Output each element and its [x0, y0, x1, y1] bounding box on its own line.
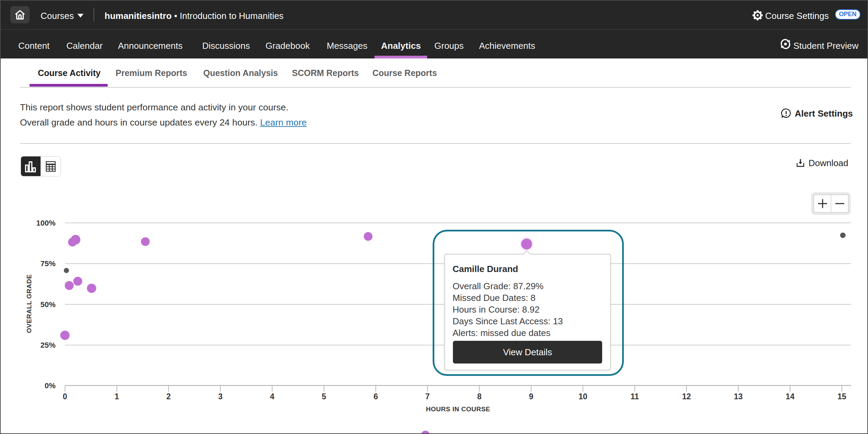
- svg-text:12: 12: [682, 392, 691, 401]
- svg-text:9: 9: [529, 392, 533, 401]
- svg-text:75%: 75%: [41, 259, 56, 268]
- svg-text:2: 2: [166, 392, 171, 401]
- svg-text:15: 15: [837, 392, 846, 401]
- svg-text:0%: 0%: [45, 381, 56, 390]
- svg-text:100%: 100%: [36, 219, 55, 227]
- svg-text:1: 1: [115, 392, 119, 401]
- svg-text:11: 11: [630, 392, 639, 401]
- svg-text:HOURS IN COURSE: HOURS IN COURSE: [426, 405, 490, 413]
- svg-text:3: 3: [218, 392, 223, 401]
- svg-text:25%: 25%: [41, 341, 56, 349]
- svg-text:10: 10: [578, 392, 587, 401]
- svg-text:4: 4: [270, 392, 274, 401]
- svg-text:7: 7: [425, 392, 430, 401]
- svg-text:50%: 50%: [41, 300, 56, 309]
- svg-text:5: 5: [322, 392, 326, 401]
- svg-text:0: 0: [63, 392, 67, 401]
- svg-text:14: 14: [786, 392, 795, 401]
- svg-text:8: 8: [477, 392, 481, 401]
- svg-text:6: 6: [373, 392, 378, 401]
- svg-text:OVERALL GRADE: OVERALL GRADE: [25, 274, 33, 333]
- svg-text:13: 13: [734, 392, 743, 401]
